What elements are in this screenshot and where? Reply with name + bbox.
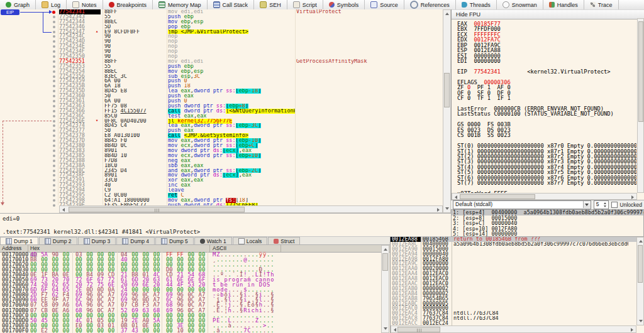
breakpoint-dot[interactable] [53,31,55,33]
breakpoint-dot[interactable] [53,26,55,28]
breakpoint-dot[interactable] [53,170,55,172]
breakpoint-dot[interactable] [53,45,55,48]
dump-row[interactable]: 001700E000.00.00.00.E0à00.03.01.0B.01.0E… [0,323,390,328]
dump-byte[interactable]: 00 [153,328,160,333]
breakpoint-dot[interactable] [52,11,55,14]
scroll-left-arrow[interactable] [455,195,457,199]
dump-byte[interactable]: 00 [187,328,194,333]
breakpoint-dot[interactable] [53,160,55,162]
dump-row[interactable]: 0017009060`EEî9F.A7§6Cl96.0C.A7§69i96.0D… [0,297,390,302]
breakpoint-dot[interactable] [53,21,55,23]
dump-pane[interactable]: Address Hex ASCII 001700004DM5AZ90.00.03… [0,245,390,333]
registers-hscrollbar[interactable] [452,193,637,200]
dump-byte[interactable]: 00 [63,328,70,333]
breakpoint-dot[interactable] [53,70,55,73]
tab-symbols[interactable]: Symbols [323,0,365,9]
tab-log[interactable]: Log [36,0,67,9]
disasm-hscrollbar[interactable] [59,205,443,213]
tab-call-stack[interactable]: Call Stack [208,0,255,9]
dump-row[interactable]: 00170010B8¸00.00.00.00.00.00.00.40@00.00… [0,257,390,262]
dump-byte[interactable]: E2 [41,328,48,333]
calling-convention-select[interactable]: Default (stdcall) [453,200,591,209]
breakpoint-dot[interactable] [53,95,55,97]
stack-pane[interactable]: 0012EA880018546Breturn to 0018546B from … [390,237,644,333]
breakpoint-dot[interactable] [53,120,55,123]
dump-byte[interactable]: 10 [177,328,184,333]
unlocked-checkbox[interactable] [611,202,618,208]
dump-row[interactable]: 0017003000.00.00.00.00.00.00.00.00.00.00… [0,267,390,272]
dump-row[interactable]: 0017005069i73s20 70p72r6Fo67g72r61a6Dm20… [0,277,390,282]
breakpoint-dot[interactable] [53,105,55,107]
breakpoint-dot[interactable] [53,174,55,177]
arguments-box[interactable]: 1: [esp+4] 00400000 a5a0964b1308fdb0aeb8… [451,209,644,237]
tab-handles[interactable]: Handles [543,0,584,9]
tab-dump-1[interactable]: Dump 1 [0,237,38,244]
breakpoint-dot[interactable] [53,85,55,87]
dump-byte[interactable]: 00 [75,328,82,333]
dump-row[interactable]: 001700400E.1F.BAº0E.00.B4´09.CDÍ21!B8¸01… [0,272,390,277]
stack-hscrollbar[interactable] [391,325,636,333]
breakpoint-dot[interactable] [53,90,55,92]
scroll-left-arrow[interactable] [394,328,396,332]
breakpoint-dot[interactable] [53,110,55,112]
tab-seh[interactable]: SEH [254,0,287,9]
breakpoint-dot[interactable] [53,139,55,142]
dump-byte[interactable]: 00 [108,328,115,333]
hide-fpu-button[interactable]: Hide FPU [452,9,644,19]
stepper-up-icon[interactable] [604,202,606,204]
scroll-thumb[interactable] [382,253,388,271]
dump-byte[interactable]: 00 [199,328,206,333]
tab-breakpoints[interactable]: Breakpoints [103,0,153,9]
tab-script[interactable]: Script [287,0,323,9]
scroll-down-arrow[interactable] [445,207,449,210]
scroll-thumb[interactable] [638,245,643,283]
register-row[interactable]: EDI 00000000 [457,58,636,63]
dump-row[interactable]: 0017006074t20 62b65e20 72r75u6En20 69i6E… [0,282,390,287]
breakpoint-dot[interactable] [53,179,55,182]
tab-snowman[interactable]: Snowman [497,0,543,9]
breakpoint-dot[interactable] [53,124,55,127]
breakpoint-dot[interactable] [53,35,55,38]
scroll-up-arrow[interactable] [445,13,449,15]
scroll-up-arrow[interactable] [639,240,643,243]
dump-byte[interactable]: 43 [131,328,138,333]
tab-dump-5[interactable]: Dump 5 [155,237,194,244]
dump-row[interactable]: 001700A007.CBË09.A6¦6Aj96.0C.A7§07.CBËF3… [0,302,390,307]
dump-byte[interactable]: 00 [166,328,173,333]
tab-dump-4[interactable]: Dump 4 [116,237,155,244]
scroll-thumb[interactable] [69,207,245,212]
breakpoint-dot[interactable] [53,150,55,152]
tab-dump-3[interactable]: Dump 3 [78,237,116,244]
breakpoint-dot[interactable] [53,129,55,132]
dump-row[interactable]: 001700C000.00.00.00.00.00.00.00.00.00.00… [0,313,390,318]
dump-byte[interactable]: 00 [97,328,104,333]
disassembly-pane[interactable]: 775423418BFFmov edi,ediVirtualProtect775… [0,9,452,213]
tab-graph[interactable]: Graph [0,0,36,9]
argument-row[interactable]: 5: [esp+14] 00000000 [452,231,643,237]
scroll-left-arrow[interactable] [62,208,65,212]
breakpoint-dot[interactable] [53,199,55,202]
scroll-right-arrow[interactable] [631,328,633,332]
breakpoint-dot[interactable] [53,194,55,197]
tab-struct[interactable]: Struct [268,237,300,244]
breakpoint-dot[interactable] [53,189,55,192]
scroll-thumb[interactable] [397,327,440,332]
tab-threads[interactable]: Threads [456,0,497,9]
breakpoint-dot[interactable] [53,204,55,207]
stack-vscrollbar[interactable] [636,237,644,325]
stepper-down-icon[interactable] [604,205,606,207]
breakpoint-dot[interactable] [53,55,55,58]
dump-row[interactable]: 001700B007.CBË0E.A6¦68h96.0C.A7§52R69i63… [0,308,390,313]
scroll-right-arrow[interactable] [631,195,634,199]
dump-byte[interactable]: 00 [52,328,58,333]
breakpoint-dot[interactable] [53,115,55,117]
disasm-vscrollbar[interactable] [443,9,451,213]
tab-references[interactable]: References [404,0,456,9]
tab-locals[interactable]: Locals [233,237,268,244]
breakpoint-dot[interactable] [53,184,55,187]
scroll-down-arrow[interactable] [639,320,643,322]
dump-row[interactable]: 001700802D-F7÷62bF4ô69i96.0C.A7§69i96.0C… [0,292,390,297]
breakpoint-dot[interactable] [53,155,55,157]
tab-notes[interactable]: Notes [67,0,103,9]
scroll-down-arrow[interactable] [384,327,387,330]
